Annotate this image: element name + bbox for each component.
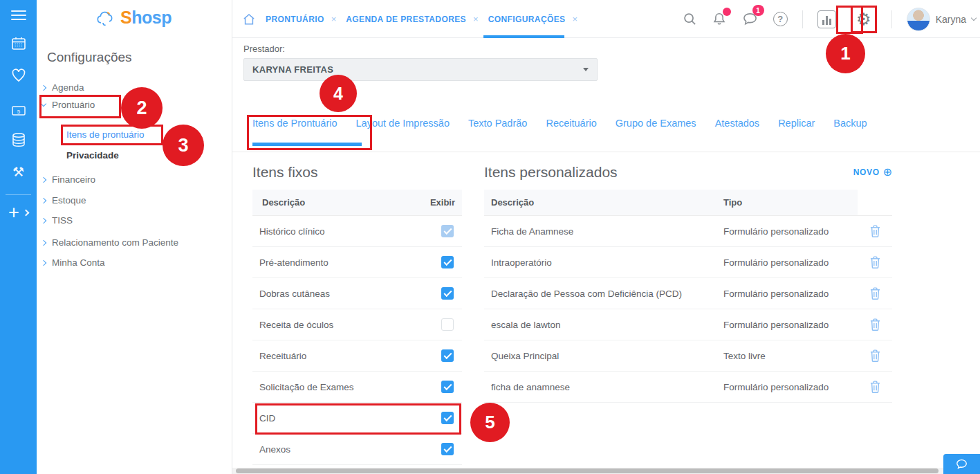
table-row: escala de lawton Formulário personalizad… bbox=[484, 309, 892, 340]
tab-agenda-de-prestadores[interactable]: AGENDA DE PRESTADORES × bbox=[346, 0, 478, 38]
itens-fixos-table: Itens fixos Descrição Exibir Histórico c… bbox=[252, 164, 462, 465]
exibir-checkbox[interactable] bbox=[441, 256, 454, 268]
exibir-checkbox[interactable] bbox=[441, 443, 454, 455]
search-icon[interactable] bbox=[683, 12, 697, 26]
table-row: Pré-atendimento bbox=[252, 247, 462, 278]
tab-grupo-de-exames[interactable]: Grupo de Exames bbox=[616, 118, 696, 129]
plus-circle-icon: ⊕ bbox=[883, 167, 892, 178]
sidebar-item-tiss[interactable]: TISS bbox=[41, 215, 73, 226]
add-button[interactable]: + bbox=[0, 202, 37, 223]
trash-icon[interactable] bbox=[869, 349, 881, 363]
table-row: Queixa Principal Texto livre bbox=[484, 340, 892, 372]
exibir-checkbox[interactable] bbox=[441, 349, 454, 362]
favorites-heart-icon[interactable] bbox=[0, 66, 37, 84]
close-icon[interactable]: × bbox=[573, 14, 578, 24]
close-icon[interactable]: × bbox=[473, 14, 479, 24]
exibir-checkbox[interactable] bbox=[441, 318, 454, 331]
tab-receituario[interactable]: Receituário bbox=[546, 118, 596, 129]
tab-itens-de-prontuario[interactable]: Itens de Prontuário bbox=[252, 118, 338, 129]
tab-replicar[interactable]: Replicar bbox=[778, 118, 815, 129]
chevron-down-icon bbox=[41, 101, 46, 107]
gear-icon: ⚙ bbox=[856, 11, 871, 28]
table-row: Anexos bbox=[252, 434, 462, 465]
sidebar-item-itens-de-prontuario[interactable]: Itens de prontuário bbox=[66, 129, 145, 140]
chevron-right-icon bbox=[41, 84, 46, 90]
table-row: Solicitação de Exames bbox=[252, 372, 462, 403]
exibir-checkbox[interactable] bbox=[441, 412, 454, 424]
calendar-icon[interactable] bbox=[0, 35, 37, 53]
table-row: Histórico clínico bbox=[252, 216, 462, 247]
section-title: Itens fixos bbox=[252, 164, 462, 181]
icon-rail: 5 ⚒ + bbox=[0, 0, 37, 474]
table-row-cid: CID bbox=[252, 403, 462, 434]
menu-icon[interactable] bbox=[0, 7, 37, 24]
notifications-bell-icon[interactable] bbox=[712, 11, 727, 27]
breadcrumb: PRONTUÁRIO × AGENDA DE PRESTADORES × CON… bbox=[242, 0, 577, 38]
sidebar-item-estoque[interactable]: Estoque bbox=[41, 195, 86, 206]
help-icon[interactable]: ? bbox=[773, 12, 788, 26]
cloud-logo-icon bbox=[95, 9, 116, 27]
messages-icon[interactable]: 1 bbox=[741, 11, 759, 27]
table-row: ficha de anamnese Formulário personaliza… bbox=[484, 372, 892, 403]
tab-backup[interactable]: Backup bbox=[833, 118, 867, 129]
close-icon[interactable]: × bbox=[331, 14, 337, 24]
main-content: Prestador: KARYNA FREITAS Itens de Pront… bbox=[232, 38, 980, 474]
chevron-right-icon bbox=[41, 197, 46, 203]
table-header: Descrição Exibir bbox=[252, 190, 462, 216]
sidebar-item-minha-conta[interactable]: Minha Conta bbox=[41, 257, 105, 268]
tab-atestados[interactable]: Atestados bbox=[715, 118, 760, 129]
tab-layout-de-impressao[interactable]: Layout de Impressão bbox=[356, 118, 450, 129]
billing-icon[interactable]: 5 bbox=[0, 102, 37, 120]
sidebar-item-prontuario[interactable]: Prontuário bbox=[41, 100, 95, 110]
database-icon[interactable] bbox=[0, 131, 37, 149]
home-icon[interactable] bbox=[242, 12, 256, 26]
trash-icon[interactable] bbox=[869, 286, 881, 300]
settings-gear-annotated[interactable]: ⚙ bbox=[851, 6, 877, 33]
chat-bubble-icon bbox=[955, 458, 968, 471]
scrollbar-thumb[interactable] bbox=[236, 468, 939, 473]
trash-icon[interactable] bbox=[869, 224, 881, 238]
topbar-actions: 1 ? ⚙ Karyna bbox=[683, 0, 976, 38]
itens-personalizados-table: Itens personalizados NOVO ⊕ Descrição Ti… bbox=[484, 164, 892, 403]
tab-texto-padrao[interactable]: Texto Padrão bbox=[468, 118, 527, 129]
tab-prontuario[interactable]: PRONTUÁRIO × bbox=[266, 0, 336, 38]
sidebar-item-privacidade[interactable]: Privacidade bbox=[66, 150, 119, 161]
exibir-checkbox[interactable] bbox=[441, 381, 454, 393]
novo-button[interactable]: NOVO ⊕ bbox=[853, 167, 892, 178]
table-row: Receituário bbox=[252, 340, 462, 372]
horizontal-scrollbar[interactable] bbox=[232, 468, 980, 474]
chevron-down-icon bbox=[971, 15, 977, 21]
divider bbox=[891, 10, 892, 28]
table-row: Declaração de Pessoa com Deficiência (PC… bbox=[484, 278, 892, 309]
tab-configuracoes[interactable]: CONFIGURAÇÕES × bbox=[488, 0, 577, 38]
notification-badge bbox=[723, 8, 731, 16]
expand-rail-icon[interactable] bbox=[22, 209, 29, 216]
chevron-right-icon bbox=[41, 217, 46, 223]
exibir-checkbox[interactable] bbox=[441, 287, 454, 300]
sidebar-item-relacionamento[interactable]: Relacionamento com Paciente bbox=[41, 237, 178, 248]
chevron-right-icon bbox=[41, 239, 46, 245]
shosp-logo[interactable]: Shosp bbox=[95, 8, 172, 28]
trash-icon[interactable] bbox=[869, 380, 881, 394]
table-row: Ficha de Anamnese Formulário personaliza… bbox=[484, 216, 892, 247]
table-row: Intraoperatório Formulário personalizado bbox=[484, 247, 892, 278]
dropdown-arrow-icon bbox=[583, 68, 589, 71]
prestador-label: Prestador: bbox=[243, 44, 285, 54]
user-menu[interactable]: Karyna bbox=[907, 8, 976, 31]
table-row: Receita de óculos bbox=[252, 309, 462, 340]
table-row: Dobras cutâneas bbox=[252, 278, 462, 309]
trash-icon[interactable] bbox=[869, 318, 881, 331]
tools-icon[interactable]: ⚒ bbox=[0, 163, 37, 181]
support-chat-button[interactable] bbox=[943, 454, 980, 474]
sidebar-item-financeiro[interactable]: Financeiro bbox=[41, 174, 95, 185]
prestador-select[interactable]: KARYNA FREITAS bbox=[243, 58, 598, 81]
shosp-app: 5 ⚒ + Shosp Configurações bbox=[0, 0, 980, 474]
trash-icon[interactable] bbox=[869, 255, 881, 269]
topbar: PRONTUÁRIO × AGENDA DE PRESTADORES × CON… bbox=[232, 0, 980, 38]
page-title: Configurações bbox=[47, 50, 132, 65]
reports-chart-icon[interactable] bbox=[817, 10, 836, 28]
sidebar-item-agenda[interactable]: Agenda bbox=[41, 82, 84, 93]
avatar bbox=[907, 8, 930, 31]
chevron-right-icon bbox=[41, 259, 46, 265]
table-header: Descrição Tipo bbox=[484, 190, 892, 216]
